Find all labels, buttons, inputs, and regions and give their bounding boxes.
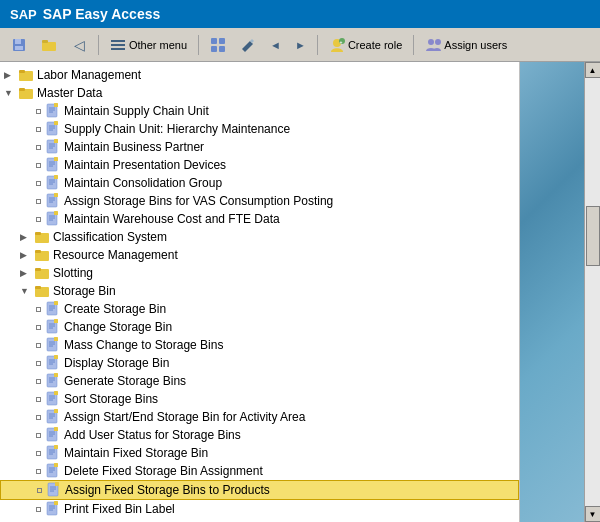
- expand-icon[interactable]: ▼: [4, 88, 16, 98]
- doc-icon: [45, 337, 61, 353]
- main-content: ▶ Labor Management▼ Master Data Maintain…: [0, 62, 600, 522]
- expand-icon[interactable]: ▶: [20, 232, 32, 242]
- svg-rect-9: [219, 38, 225, 44]
- toolbar-nav-fwd[interactable]: ►: [290, 33, 311, 57]
- app-title: SAP Easy Access: [43, 6, 161, 22]
- doc-icon: [45, 103, 61, 119]
- tree-item-assign-storage-bins-vas[interactable]: Assign Storage Bins for VAS Consumption …: [0, 192, 519, 210]
- doc-icon: [45, 301, 61, 317]
- tree-item-print-fixed-bin-label[interactable]: Print Fixed Bin Label: [0, 500, 519, 518]
- tree-item-resource-mgmt[interactable]: ▶ Resource Management: [0, 246, 519, 264]
- save-icon: [11, 37, 27, 53]
- toolbar-icon-2[interactable]: [235, 33, 261, 57]
- toolbar-icon-1[interactable]: [205, 33, 231, 57]
- tree-item-assign-start-end-storage-bin[interactable]: Assign Start/End Storage Bin for Activit…: [0, 408, 519, 426]
- svg-rect-108: [54, 445, 58, 449]
- tree-item-business-partner[interactable]: Maintain Business Partner: [0, 138, 519, 156]
- svg-rect-93: [54, 391, 58, 395]
- tree-label: Assign Start/End Storage Bin for Activit…: [64, 410, 305, 424]
- svg-rect-8: [211, 38, 217, 44]
- folder-icon: [34, 229, 50, 245]
- folder-icon: [34, 283, 50, 299]
- tree-item-display-storage-bin[interactable]: Display Storage Bin: [0, 354, 519, 372]
- tree-item-warehouse-cost[interactable]: Maintain Warehouse Cost and FTE Data: [0, 210, 519, 228]
- doc-icon: [46, 482, 62, 498]
- svg-rect-4: [42, 40, 48, 43]
- bullet: [36, 199, 41, 204]
- open-button[interactable]: [36, 33, 62, 57]
- scroll-thumb[interactable]: [586, 206, 600, 266]
- tree-label: Add User Status for Storage Bins: [64, 428, 241, 442]
- scrollbar[interactable]: ▲ ▼: [584, 62, 600, 522]
- svg-rect-118: [55, 482, 59, 486]
- doc-icon: [45, 445, 61, 461]
- toolbar-separator-2: [198, 35, 199, 55]
- open-icon: [41, 37, 57, 53]
- tree-item-mass-change-storage-bins[interactable]: Mass Change to Storage Bins: [0, 336, 519, 354]
- tree-item-supply-chain-unit[interactable]: Maintain Supply Chain Unit: [0, 102, 519, 120]
- svg-rect-20: [19, 88, 25, 91]
- save-button[interactable]: [6, 33, 32, 57]
- svg-rect-55: [54, 211, 58, 215]
- expand-icon[interactable]: ▶: [4, 70, 16, 80]
- svg-rect-63: [35, 286, 41, 289]
- menu-icon: [110, 37, 126, 53]
- doc-icon: [45, 463, 61, 479]
- svg-rect-5: [111, 40, 125, 42]
- toolbar-nav-back[interactable]: ◄: [265, 33, 286, 57]
- expand-icon[interactable]: ▶: [20, 268, 32, 278]
- nav-left-icon: ◄: [270, 39, 281, 51]
- title-bar: SAP SAP Easy Access: [0, 0, 600, 28]
- tree-label: Maintain Presentation Devices: [64, 158, 226, 172]
- doc-icon: [45, 193, 61, 209]
- folder-icon: [34, 265, 50, 281]
- tree-item-slotting[interactable]: ▶ Slotting: [0, 264, 519, 282]
- tree-item-presentation-devices[interactable]: Maintain Presentation Devices: [0, 156, 519, 174]
- tree-item-maintain-fixed-storage-bin[interactable]: Maintain Fixed Storage Bin: [0, 444, 519, 462]
- tree-label: Supply Chain Unit: Hierarchy Maintenance: [64, 122, 290, 136]
- tree-item-storage-bin[interactable]: ▼ Storage Bin: [0, 282, 519, 300]
- assign-users-label: Assign users: [444, 39, 507, 51]
- tree-item-add-user-status[interactable]: Add User Status for Storage Bins: [0, 426, 519, 444]
- svg-rect-7: [111, 48, 125, 50]
- edit-icon: [240, 37, 256, 53]
- bullet: [36, 451, 41, 456]
- tree-item-change-storage-bin[interactable]: Change Storage Bin: [0, 318, 519, 336]
- bullet: [36, 307, 41, 312]
- scroll-track[interactable]: [585, 78, 601, 506]
- toolbar-separator-3: [317, 35, 318, 55]
- assign-users-button[interactable]: Assign users: [420, 33, 512, 57]
- expand-icon[interactable]: ▶: [20, 250, 32, 260]
- create-role-button[interactable]: + Create role: [324, 33, 407, 57]
- back-button[interactable]: ◁: [66, 33, 92, 57]
- svg-rect-68: [54, 301, 58, 305]
- doc-icon: [45, 409, 61, 425]
- scroll-down-btn[interactable]: ▼: [585, 506, 601, 522]
- svg-rect-113: [54, 463, 58, 467]
- bullet: [36, 325, 41, 330]
- scroll-up-btn[interactable]: ▲: [585, 62, 601, 78]
- svg-rect-78: [54, 337, 58, 341]
- tree-item-assign-fixed-storage-bins[interactable]: Assign Fixed Storage Bins to Products: [0, 480, 519, 500]
- tree-item-supply-chain-hierarchy[interactable]: Supply Chain Unit: Hierarchy Maintenance: [0, 120, 519, 138]
- tree-area[interactable]: ▶ Labor Management▼ Master Data Maintain…: [0, 62, 520, 522]
- tree-item-master-data[interactable]: ▼ Master Data: [0, 84, 519, 102]
- bullet: [36, 469, 41, 474]
- other-menu-button[interactable]: Other menu: [105, 33, 192, 57]
- tree-item-delete-fixed-storage-bin[interactable]: Delete Fixed Storage Bin Assignment: [0, 462, 519, 480]
- bullet: [36, 507, 41, 512]
- folder-icon: [18, 85, 34, 101]
- doc-icon: [45, 355, 61, 371]
- expand-icon[interactable]: ▼: [20, 286, 32, 296]
- tree-label: Master Data: [37, 86, 102, 100]
- tree-item-consolidation-group[interactable]: Maintain Consolidation Group: [0, 174, 519, 192]
- tree-item-create-storage-bin[interactable]: Create Storage Bin: [0, 300, 519, 318]
- folder-icon: [34, 247, 50, 263]
- svg-rect-73: [54, 319, 58, 323]
- tree-item-sort-storage-bins[interactable]: Sort Storage Bins: [0, 390, 519, 408]
- tree-item-generate-storage-bins[interactable]: Generate Storage Bins: [0, 372, 519, 390]
- back-icon: ◁: [71, 37, 87, 53]
- bullet: [37, 488, 42, 493]
- tree-item-classification-system[interactable]: ▶ Classification System: [0, 228, 519, 246]
- tree-item-labor-mgmt[interactable]: ▶ Labor Management: [0, 66, 519, 84]
